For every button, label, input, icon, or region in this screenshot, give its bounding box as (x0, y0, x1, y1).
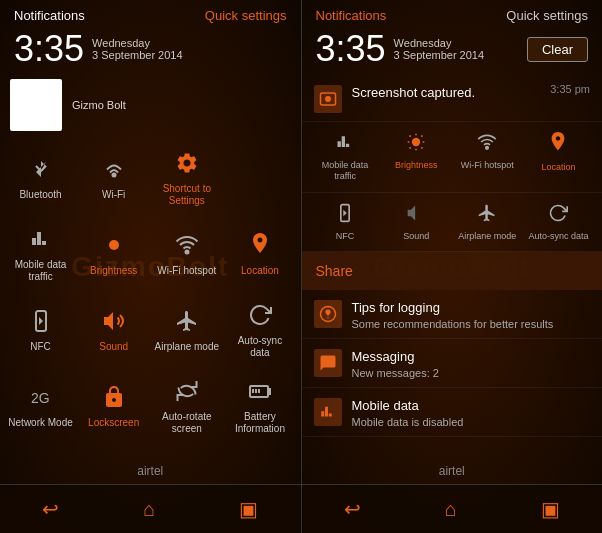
left-home-button[interactable]: ⌂ (123, 494, 175, 525)
left-clock-row: 3:35 Wednesday 3 September 2014 (0, 27, 301, 75)
left-quick-grid: Bluetooth Wi-Fi Shortcut to Settings Mob… (0, 137, 301, 445)
qs-autosync-label: Auto-sync data (227, 335, 292, 359)
left-clock-info: 3:35 Wednesday 3 September 2014 (14, 31, 183, 67)
qs-rotate[interactable]: Auto-rotate screen (150, 367, 223, 443)
qs-brightness[interactable]: Brightness (77, 215, 150, 291)
r-airplane-icon (477, 203, 497, 228)
left-quick-settings-link[interactable]: Quick settings (205, 8, 287, 23)
mobile-data-notification[interactable]: Mobile data Mobile data is disabled (302, 388, 603, 437)
svg-point-0 (112, 174, 115, 177)
right-back-button[interactable]: ↩ (324, 493, 381, 525)
r-qs-mobile-data[interactable]: Mobile data traffic (310, 128, 381, 186)
qs-nfc[interactable]: NFC (4, 291, 77, 367)
right-carrier: airtel (302, 458, 603, 484)
mobile-data-notif-title: Mobile data (352, 398, 419, 413)
svg-marker-4 (104, 312, 113, 330)
nfc-icon (25, 305, 57, 337)
right-notifications-title: Notifications (316, 8, 387, 23)
wifi-icon (98, 153, 130, 185)
r-qs-sound[interactable]: Sound (381, 199, 452, 246)
right-clock-time: 3:35 (316, 31, 386, 67)
r-nfc-icon (335, 203, 355, 228)
qs-network-label: Network Mode (8, 417, 72, 429)
right-clock-day: Wednesday (394, 37, 485, 49)
right-home-button[interactable]: ⌂ (425, 494, 477, 525)
left-panel: GizmoBolt Notifications Quick settings 3… (0, 0, 301, 533)
tips-content: Tips for logging Some recommendations fo… (352, 298, 591, 330)
qs-brightness-label: Brightness (90, 265, 137, 277)
qs-lockscreen[interactable]: Lockscreen (77, 367, 150, 443)
left-clock-time: 3:35 (14, 31, 84, 67)
left-carrier-name: airtel (137, 464, 163, 478)
r-qs-brightness[interactable]: Brightness (381, 128, 452, 186)
r-qs-autosync-label: Auto-sync data (528, 231, 588, 242)
r-qs-hotspot-label: Wi-Fi hotspot (461, 160, 514, 171)
lockscreen-icon (98, 381, 130, 413)
qs-bluetooth-label: Bluetooth (19, 189, 61, 201)
autosync-icon (244, 299, 276, 331)
qs-empty-1 (223, 139, 296, 215)
qs-wifi[interactable]: Wi-Fi (77, 139, 150, 215)
bluetooth-icon (25, 153, 57, 185)
settings-icon (171, 147, 203, 179)
r-qs-autosync[interactable]: Auto-sync data (523, 199, 594, 246)
mobile-data-icon (25, 223, 57, 255)
left-clock-day: Wednesday (92, 37, 183, 49)
qs-wifi-label: Wi-Fi (102, 189, 125, 201)
r-qs-nfc[interactable]: NFC (310, 199, 381, 246)
r-qs-nfc-label: NFC (336, 231, 355, 242)
r-location-icon (548, 132, 568, 159)
qs-sound[interactable]: Sound (77, 291, 150, 367)
qs-location-label: Location (241, 265, 279, 277)
qs-network[interactable]: 2G Network Mode (4, 367, 77, 443)
r-qs-location[interactable]: Location (523, 128, 594, 186)
r-hotspot-icon (477, 132, 497, 157)
qs-hotspot-label: Wi-Fi hotspot (157, 265, 216, 277)
hotspot-icon (171, 229, 203, 261)
qs-sound-label: Sound (99, 341, 128, 353)
share-bar[interactable]: Share (302, 252, 603, 290)
right-panel: GizmoBolt Notifications Quick settings 3… (302, 0, 603, 533)
qs-hotspot[interactable]: Wi-Fi hotspot (150, 215, 223, 291)
qs-mobile-data[interactable]: Mobile data traffic (4, 215, 77, 291)
svg-marker-16 (408, 205, 416, 220)
left-clock-full-date: 3 September 2014 (92, 49, 183, 61)
qs-airplane[interactable]: Airplane mode (150, 291, 223, 367)
right-header: Notifications Quick settings (302, 0, 603, 27)
messaging-notification[interactable]: Messaging New messages: 2 (302, 339, 603, 388)
qs-battery[interactable]: Battery Information (223, 367, 296, 443)
mobile-data-notif-icon (314, 398, 342, 426)
qs-lockscreen-label: Lockscreen (88, 417, 139, 429)
r-mobile-data-icon (335, 132, 355, 157)
qs-autosync[interactable]: Auto-sync data (223, 291, 296, 367)
left-carrier: airtel (0, 458, 301, 484)
tips-notification[interactable]: Tips for logging Some recommendations fo… (302, 290, 603, 339)
right-qs-row1: Mobile data traffic Brightness Wi-Fi hot… (302, 122, 603, 193)
left-header: Notifications Quick settings (0, 0, 301, 27)
qs-rotate-label: Auto-rotate screen (154, 411, 219, 435)
svg-point-13 (412, 138, 420, 146)
right-quick-settings-link[interactable]: Quick settings (506, 8, 588, 23)
qs-shortcut[interactable]: Shortcut to Settings (150, 139, 223, 215)
right-qs-row2: NFC Sound Airplane mode Auto-sync data (302, 193, 603, 253)
screenshot-notification[interactable]: Screenshot captured. 3:35 pm (302, 75, 603, 122)
right-recents-button[interactable]: ▣ (521, 493, 580, 525)
qs-bluetooth[interactable]: Bluetooth (4, 139, 77, 215)
left-back-button[interactable]: ↩ (22, 493, 79, 525)
left-clock-date: Wednesday 3 September 2014 (92, 37, 183, 61)
qs-location[interactable]: Location (223, 215, 296, 291)
r-qs-airplane[interactable]: Airplane mode (452, 199, 523, 246)
svg-point-12 (326, 98, 329, 101)
left-recents-button[interactable]: ▣ (219, 493, 278, 525)
sound-icon (98, 305, 130, 337)
app-name-label: Gizmo Bolt (72, 99, 126, 111)
r-sound-icon (406, 203, 426, 228)
r-qs-mobile-data-label: Mobile data traffic (312, 160, 379, 182)
r-qs-hotspot[interactable]: Wi-Fi hotspot (452, 128, 523, 186)
right-clock-row: 3:35 Wednesday 3 September 2014 Clear (302, 27, 603, 75)
clear-button[interactable]: Clear (527, 37, 588, 62)
qs-airplane-label: Airplane mode (155, 341, 219, 353)
r-brightness-icon (406, 132, 426, 157)
right-clock-date: Wednesday 3 September 2014 (394, 37, 485, 61)
tips-title: Tips for logging (352, 300, 440, 315)
